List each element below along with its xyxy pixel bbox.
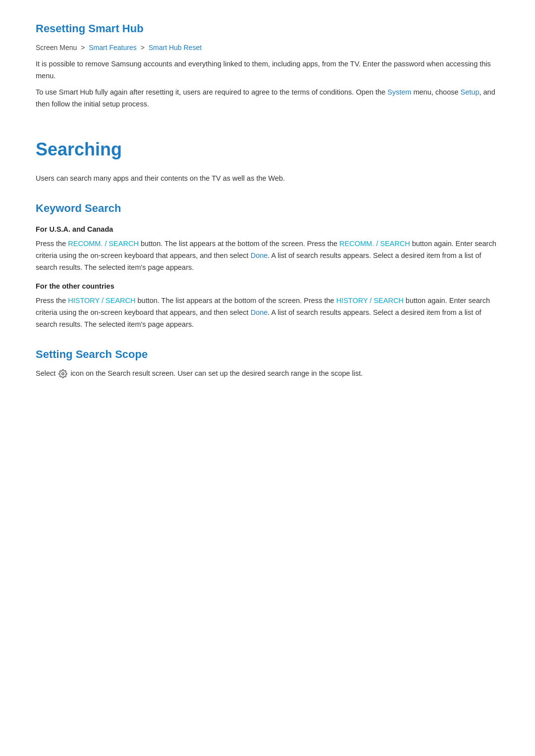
usa-done: Done [251, 252, 268, 259]
other-history1: HISTORY / SEARCH [68, 297, 135, 304]
searching-title: Searching [36, 135, 499, 164]
usa-para-mid1: button. The list appears at the bottom o… [139, 240, 339, 248]
breadcrumb-separator-1: > [81, 44, 85, 51]
setting-scope-suffix: icon on the Search result screen. User c… [70, 369, 363, 377]
usa-recomm1: RECOMM. / SEARCH [68, 240, 139, 248]
keyword-search-section: Keyword Search For U.S.A. and Canada Pre… [36, 200, 499, 331]
resetting-para2-prefix: To use Smart Hub fully again after reset… [36, 88, 387, 96]
resetting-smart-hub-section: Resetting Smart Hub Screen Menu > Smart … [36, 20, 499, 110]
resetting-para2: To use Smart Hub fully again after reset… [36, 87, 499, 110]
other-para-prefix: Press the [36, 297, 68, 304]
breadcrumb-screen-menu: Screen Menu [36, 44, 77, 51]
setting-search-scope-para: Select icon on the Search result screen.… [36, 368, 499, 380]
other-history2: HISTORY / SEARCH [336, 297, 404, 304]
gear-icon [57, 369, 70, 377]
other-paragraph: Press the HISTORY / SEARCH button. The l… [36, 295, 499, 331]
breadcrumb: Screen Menu > Smart Features > Smart Hub… [36, 42, 499, 53]
usa-para-prefix: Press the [36, 240, 68, 248]
other-done: Done [251, 308, 268, 316]
searching-section: Searching Users can search many apps and… [36, 135, 499, 185]
other-heading: For the other countries [36, 281, 499, 292]
usa-recomm2: RECOMM. / SEARCH [339, 240, 410, 248]
usa-heading: For U.S.A. and Canada [36, 224, 499, 235]
resetting-system-link[interactable]: System [387, 88, 411, 96]
other-para-mid1: button. The list appears at the bottom o… [135, 297, 336, 304]
searching-description: Users can search many apps and their con… [36, 173, 499, 185]
resetting-title: Resetting Smart Hub [36, 20, 499, 37]
usa-paragraph: Press the RECOMM. / SEARCH button. The l… [36, 238, 499, 274]
resetting-setup-link[interactable]: Setup [461, 88, 480, 96]
keyword-search-title: Keyword Search [36, 200, 499, 217]
setting-search-scope-title: Setting Search Scope [36, 346, 499, 363]
setting-search-scope-section: Setting Search Scope Select icon on the … [36, 346, 499, 380]
svg-point-0 [62, 373, 64, 375]
setting-scope-prefix: Select [36, 369, 57, 377]
breadcrumb-smart-hub-reset[interactable]: Smart Hub Reset [149, 44, 202, 51]
breadcrumb-separator-2: > [141, 44, 145, 51]
resetting-para2-mid: menu, choose [411, 88, 460, 96]
resetting-para1: It is possible to remove Samsung account… [36, 58, 499, 82]
breadcrumb-smart-features[interactable]: Smart Features [89, 44, 136, 51]
